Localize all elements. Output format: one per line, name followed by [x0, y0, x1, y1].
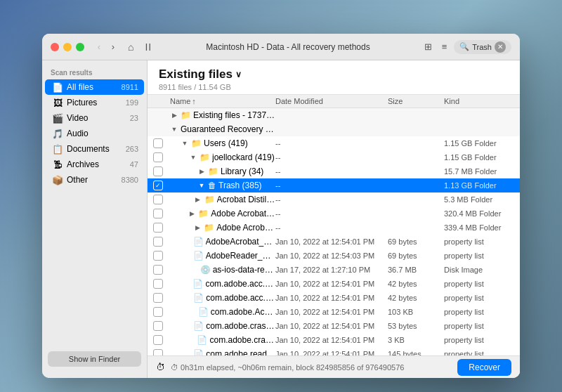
video-count: 23: [122, 114, 138, 122]
dropdown-arrow-icon[interactable]: ∨: [235, 70, 242, 79]
scan-results-label: Scan results: [42, 66, 147, 79]
archives-count: 47: [122, 160, 138, 169]
file-checkbox[interactable]: [153, 237, 163, 247]
table-row[interactable]: ▶ 📁 Existing files - 1737 files / 2.04 G…: [148, 108, 520, 122]
expand-arrow[interactable]: ▶: [193, 223, 202, 232]
table-row[interactable]: 📄 com.adobe.acc.A...CreativeCloud.plist …: [148, 277, 520, 291]
pictures-label: Pictures: [67, 98, 118, 107]
sidebar-item-documents[interactable]: 📋 Documents 263: [45, 141, 144, 157]
file-checkbox[interactable]: [153, 307, 163, 317]
table-row[interactable]: 📄 com.adobe.crashreporter.plist Jan 10, …: [148, 333, 520, 347]
table-row[interactable]: ▼ 📁 Users (419) -- 1.15 GB Folder: [148, 136, 520, 150]
sidebar-item-other[interactable]: 📦 Other 8380: [45, 172, 144, 188]
forward-button[interactable]: ›: [107, 41, 119, 53]
table-row[interactable]: 💿 as-ios-data-recovery.dmg Jan 17, 2022 …: [148, 263, 520, 277]
expand-arrow[interactable]: ▶: [188, 209, 196, 218]
sidebar-item-archives[interactable]: 🗜 Archives 47: [45, 157, 144, 172]
file-name-cell: 📄 com.adobe.acc.H...ller.Renderer.plist: [170, 293, 275, 303]
file-checkbox[interactable]: [153, 349, 163, 355]
table-row[interactable]: 📄 com.adobe.crashr_1F8545130C.plist Jan …: [148, 319, 520, 333]
table-row[interactable]: ▶ 📁 Adobe Acrobat Reader DC.app (123) --…: [148, 207, 520, 221]
file-name-cell: ▶ 📁 Acrobat Distiller.app (10): [170, 195, 275, 204]
trash-label: Trash: [472, 43, 492, 51]
minimize-button[interactable]: [63, 43, 72, 51]
sidebar-item-pictures[interactable]: 🖼 Pictures 199: [45, 95, 144, 110]
file-name-cell: 📄 com.adobe.crashreporter.plist: [170, 335, 275, 345]
view-toggle-button[interactable]: ⊞: [422, 40, 435, 53]
date-column-header: Date Modified: [275, 97, 388, 105]
search-trash-area: 🔍 Trash ✕: [454, 40, 511, 54]
table-row[interactable]: 📄 AdobeReader_D8...1F8545130C.plist Jan …: [148, 249, 520, 263]
panel-title: Existing files ∨: [159, 67, 509, 81]
table-row[interactable]: ▼ Guaranteed Recovery - 416 files / 1.15…: [148, 122, 520, 136]
file-name-cell: 📄 com.adobe.crashr_1F8545130C.plist: [170, 321, 275, 331]
file-name-cell: ▼ 🗑 Trash (385): [170, 181, 275, 190]
table-row[interactable]: ▶ 📁 Acrobat Distiller.app (10) -- 5.3 MB…: [148, 192, 520, 207]
table-row[interactable]: ▶ 📁 Library (34) -- 15.7 MB Folder: [148, 164, 520, 178]
other-icon: 📦: [52, 174, 63, 185]
table-row[interactable]: 📄 com.adobe.reader...ebResource.plist Ja…: [148, 347, 520, 355]
pictures-icon: 🖼: [52, 97, 63, 108]
file-checkbox[interactable]: [153, 223, 163, 233]
file-checkbox[interactable]: [153, 209, 163, 218]
expand-arrow[interactable]: ▼: [197, 181, 206, 190]
statusbar: ⏱ ⏱ 0h31m elapsed, ~0h06m remain, block …: [148, 355, 520, 378]
home-button[interactable]: ⌂: [125, 40, 136, 54]
recover-button[interactable]: Recover: [457, 359, 511, 376]
toolbar-right: ⊞ ≡ 🔍 Trash ✕: [422, 40, 511, 54]
file-list: ▶ 📁 Existing files - 1737 files / 2.04 G…: [148, 108, 520, 355]
file-checkbox[interactable]: [153, 335, 163, 345]
file-checkbox[interactable]: [153, 321, 163, 331]
file-name-cell: ▼ 📁 Users (419): [170, 138, 275, 148]
file-checkbox[interactable]: [153, 152, 163, 162]
table-row[interactable]: 📄 com.adobe.Acrobat.Pro.plist Jan 10, 20…: [148, 305, 520, 319]
show-in-finder-button[interactable]: Show in Finder: [48, 351, 141, 367]
sort-button[interactable]: ≡: [439, 40, 450, 53]
other-label: Other: [67, 175, 118, 185]
expand-arrow[interactable]: ▶: [197, 167, 206, 176]
expand-arrow[interactable]: ▼: [181, 139, 189, 148]
file-name-cell: ▼ 📁 joellockard (419): [170, 152, 275, 162]
clock-icon: ⏱: [156, 362, 165, 372]
file-checkbox[interactable]: [153, 138, 163, 148]
titlebar: ‹ › ⌂ II Macintosh HD - Data - All recov…: [42, 34, 520, 60]
file-checkbox[interactable]: [153, 166, 163, 176]
expand-arrow[interactable]: ▼: [189, 153, 197, 162]
panel-header: Existing files ∨ 8911 files / 11.54 GB: [148, 60, 520, 95]
status-text: ⏱ 0h31m elapsed, ~0h06m remain, block 82…: [171, 363, 452, 372]
back-button[interactable]: ‹: [93, 41, 105, 53]
file-name-cell: ▶ 📁 Adobe Acrobat Reader DC.app (123): [170, 209, 275, 218]
sidebar-item-all-files[interactable]: 📄 All files 8911: [45, 79, 144, 95]
maximize-button[interactable]: [76, 43, 84, 51]
file-name-cell: 📄 AdobeReader_D8...1F8545130C.plist: [170, 251, 275, 261]
file-checkbox[interactable]: [153, 293, 163, 303]
expand-arrow[interactable]: ▶: [194, 195, 202, 204]
sidebar-item-video[interactable]: 🎬 Video 23: [45, 110, 144, 126]
file-name-cell: 📄 com.adobe.acc.A...CreativeCloud.plist: [170, 279, 275, 289]
name-column-header[interactable]: Name ↑: [170, 97, 275, 105]
audio-icon: 🎵: [52, 128, 63, 139]
table-row[interactable]: ▼ 🗑 Trash (385) -- 1.13 GB Folder: [148, 178, 520, 192]
archives-icon: 🗜: [52, 159, 63, 170]
expand-arrow[interactable]: ▶: [170, 111, 178, 119]
file-checkbox[interactable]: [153, 265, 163, 275]
table-row[interactable]: ▼ 📁 joellockard (419) -- 1.15 GB Folder: [148, 150, 520, 164]
clear-search-button[interactable]: ✕: [495, 41, 506, 53]
file-checkbox[interactable]: [153, 251, 163, 261]
close-button[interactable]: [51, 43, 59, 51]
table-row[interactable]: ▶ 📁 Adobe Acrobat.app (227) -- 339.4 MB …: [148, 221, 520, 235]
file-name-cell: 📄 AdobeAcrobat_D...91F8545130C.plist: [170, 237, 275, 247]
expand-arrow[interactable]: ▼: [170, 125, 178, 133]
file-name-cell: 💿 as-ios-data-recovery.dmg: [170, 265, 275, 275]
table-row[interactable]: 📄 com.adobe.acc.H...ller.Renderer.plist …: [148, 291, 520, 305]
all-files-count: 8911: [122, 83, 138, 91]
video-label: Video: [67, 113, 118, 123]
file-checkbox[interactable]: [153, 181, 163, 190]
file-checkbox[interactable]: [153, 195, 163, 204]
all-files-label: All files: [67, 82, 118, 92]
pause-button[interactable]: II: [142, 40, 155, 54]
sidebar-item-audio[interactable]: 🎵 Audio: [45, 126, 144, 141]
table-row[interactable]: 📄 AdobeAcrobat_D...91F8545130C.plist Jan…: [148, 235, 520, 249]
main-panel: Existing files ∨ 8911 files / 11.54 GB N…: [148, 60, 520, 378]
file-checkbox[interactable]: [153, 279, 163, 289]
